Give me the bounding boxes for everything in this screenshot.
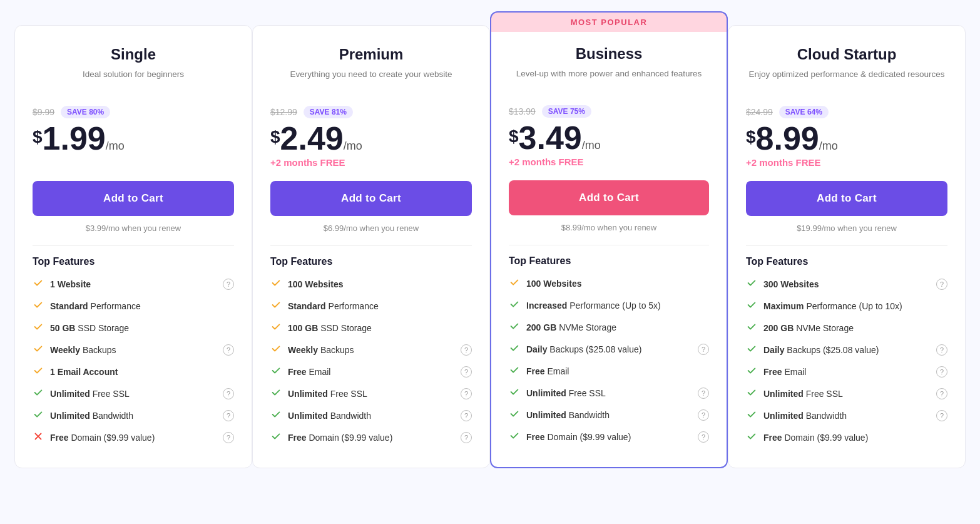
info-icon[interactable]: ? — [223, 410, 234, 421]
features-title-cloud-startup: Top Features — [746, 256, 947, 267]
feature-item: 1 Website ? — [33, 277, 234, 290]
info-icon[interactable]: ? — [223, 344, 234, 356]
feature-text: Free Email — [526, 366, 569, 376]
check-yellow-icon — [33, 277, 44, 290]
info-icon[interactable]: ? — [936, 366, 947, 378]
feature-item: Daily Backups ($25.08 value) ? — [509, 342, 709, 356]
feature-text: Unlimited Bandwidth — [50, 411, 133, 421]
per-mo-single: /mo — [106, 140, 125, 152]
info-icon[interactable]: ? — [223, 388, 234, 399]
cross-red-icon — [33, 431, 44, 444]
feature-text: Unlimited Free SSL — [288, 389, 367, 399]
info-icon[interactable]: ? — [698, 409, 709, 421]
info-icon[interactable]: ? — [936, 410, 947, 421]
features-title-single: Top Features — [33, 256, 234, 267]
check-green-icon — [509, 408, 520, 421]
add-to-cart-button-single[interactable]: Add to Cart — [33, 181, 234, 216]
feature-text: Unlimited Bandwidth — [288, 411, 371, 421]
feature-left: Weekly Backups — [270, 343, 354, 356]
feature-text: Free Domain ($9.99 value) — [526, 432, 631, 442]
feature-left: Unlimited Bandwidth — [33, 409, 133, 422]
info-icon[interactable]: ? — [223, 279, 234, 290]
feature-left: Free Domain ($9.99 value) — [509, 430, 631, 443]
feature-text: Standard Performance — [288, 301, 379, 311]
feature-item: 300 Websites ? — [746, 277, 947, 290]
check-yellow-icon — [509, 277, 520, 290]
info-icon[interactable]: ? — [936, 388, 947, 399]
feature-left: Free Domain ($9.99 value) — [746, 431, 868, 444]
feature-text: Free Email — [763, 367, 806, 377]
feature-text: Free Domain ($9.99 value) — [50, 433, 155, 443]
check-yellow-icon — [270, 277, 282, 290]
main-price-business: $3.49/mo — [509, 121, 709, 154]
feature-item: Increased Performance (Up to 5x) — [509, 299, 709, 312]
feature-left: Free Email — [270, 365, 330, 378]
dollar-sign-cloud-startup: $ — [746, 128, 756, 146]
feature-item: Standard Performance — [33, 299, 234, 312]
feature-item: 100 GB SSD Storage — [270, 321, 472, 334]
check-green-icon — [746, 409, 757, 422]
original-price-business: $13.99 — [509, 106, 536, 116]
divider-cloud-startup — [746, 245, 947, 246]
feature-text: Unlimited Bandwidth — [763, 411, 847, 421]
renew-text-single: $3.99/mo when you renew — [33, 223, 234, 233]
plan-desc-single: Ideal solution for beginners — [33, 68, 234, 93]
check-green-icon — [509, 299, 520, 312]
feature-item: 100 Websites — [270, 277, 472, 290]
check-green-icon — [746, 365, 757, 378]
per-mo-premium: /mo — [344, 140, 362, 152]
feature-item: 50 GB SSD Storage — [33, 321, 234, 334]
features-title-business: Top Features — [509, 255, 709, 267]
feature-item: 100 Websites — [509, 277, 709, 290]
check-green-icon — [746, 277, 757, 290]
add-to-cart-button-cloud-startup[interactable]: Add to Cart — [746, 181, 947, 216]
info-icon[interactable]: ? — [698, 344, 709, 355]
feature-text: Unlimited Free SSL — [526, 388, 606, 398]
info-icon[interactable]: ? — [461, 366, 472, 378]
plan-card-single: Single Ideal solution for beginners $9.9… — [14, 25, 252, 468]
feature-item: 1 Email Account — [33, 365, 234, 378]
plan-desc-premium: Everything you need to create your websi… — [270, 68, 472, 93]
info-icon[interactable]: ? — [461, 388, 472, 399]
check-yellow-icon — [270, 321, 282, 334]
per-mo-cloud-startup: /mo — [819, 140, 838, 152]
divider-premium — [270, 245, 472, 246]
feature-text: 1 Email Account — [50, 367, 118, 377]
info-icon[interactable]: ? — [936, 344, 947, 356]
info-icon[interactable]: ? — [698, 431, 709, 443]
feature-left: 200 GB NVMe Storage — [746, 321, 854, 334]
check-green-icon — [509, 386, 520, 399]
info-icon[interactable]: ? — [461, 432, 472, 443]
plan-card-cloud-startup: Cloud Startup Enjoy optimized performanc… — [728, 25, 966, 468]
dollar-sign-premium: $ — [270, 128, 280, 146]
pricing-row-single: $9.99 SAVE 80% — [33, 106, 234, 118]
renew-text-cloud-startup: $19.99/mo when you renew — [746, 223, 947, 233]
feature-text: 200 GB NVMe Storage — [526, 322, 616, 332]
feature-item: Unlimited Free SSL ? — [270, 387, 472, 400]
add-to-cart-button-business[interactable]: Add to Cart — [509, 180, 709, 215]
feature-text: Weekly Backups — [50, 345, 116, 355]
feature-item: Unlimited Free SSL ? — [33, 387, 234, 400]
save-badge-cloud-startup: SAVE 64% — [779, 106, 829, 118]
feature-text: Daily Backups ($25.08 value) — [763, 345, 879, 355]
info-icon[interactable]: ? — [936, 279, 947, 290]
feature-item: Daily Backups ($25.08 value) ? — [746, 343, 947, 356]
info-icon[interactable]: ? — [698, 388, 709, 399]
feature-item: Free Email ? — [746, 365, 947, 378]
info-icon[interactable]: ? — [461, 344, 472, 356]
feature-left: 300 Websites — [746, 277, 819, 290]
original-price-premium: $12.99 — [270, 107, 297, 117]
add-to-cart-button-premium[interactable]: Add to Cart — [270, 181, 472, 216]
info-icon[interactable]: ? — [461, 410, 472, 421]
feature-left: Daily Backups ($25.08 value) — [509, 342, 641, 356]
feature-list-single: 1 Website ? Standard Performance 50 GB S… — [33, 277, 234, 444]
feature-text: Increased Performance (Up to 5x) — [526, 301, 661, 311]
divider-single — [33, 245, 234, 246]
info-icon[interactable]: ? — [223, 432, 234, 443]
feature-left: Free Domain ($9.99 value) — [33, 431, 155, 444]
pricing-row-business: $13.99 SAVE 75% — [509, 105, 709, 118]
check-green-icon — [509, 364, 520, 378]
feature-left: 200 GB NVMe Storage — [509, 321, 616, 334]
check-green-icon — [746, 321, 757, 334]
plan-desc-business: Level-up with more power and enhanced fe… — [509, 68, 709, 93]
